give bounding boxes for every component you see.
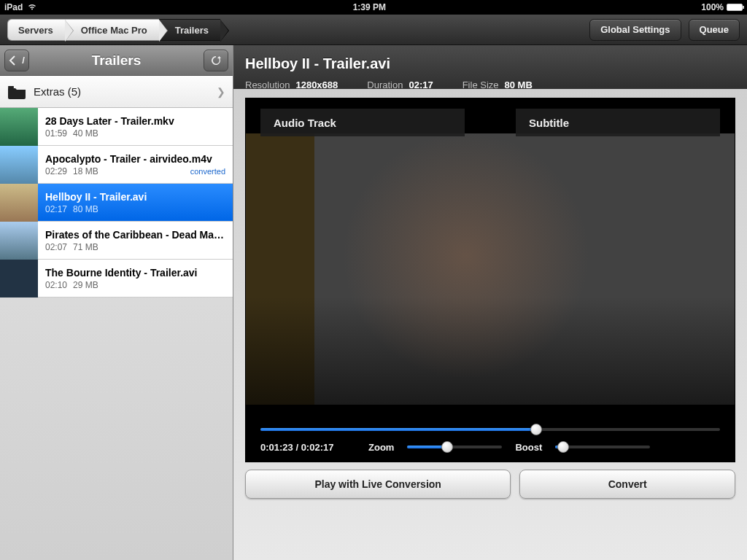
global-settings-button[interactable]: Global Settings [589, 19, 681, 41]
file-size: 18 MB [73, 166, 98, 176]
resolution-label: Resolution [245, 79, 290, 90]
file-title: Apocalypto - Trailer - airvideo.m4v [45, 153, 225, 165]
chevron-right-icon: ❯ [217, 86, 225, 98]
play-live-conversion-button[interactable]: Play with Live Conversion [245, 470, 511, 499]
file-title: The Bourne Identity - Trailer.avi [45, 267, 225, 279]
file-title: 28 Days Later - Trailer.mkv [45, 115, 225, 127]
duration-label: Duration [367, 79, 403, 90]
file-row[interactable]: The Bourne Identity - Trailer.avi 02:10 … [0, 260, 233, 298]
file-duration: 01:59 [45, 128, 67, 139]
status-bar: iPad 1:39 PM 100% [0, 0, 747, 15]
player-controls: 0:01:23 / 0:02:17 Zoom Boost [260, 424, 720, 453]
resolution-value: 1280x688 [295, 79, 338, 90]
sidebar-header: / Trailers [0, 45, 233, 76]
breadcrumb-servers[interactable]: Servers [7, 19, 65, 41]
svg-rect-0 [8, 86, 14, 88]
thumbnail [0, 146, 38, 184]
video-frame [246, 133, 735, 405]
refresh-button[interactable] [204, 50, 228, 71]
file-title: Pirates of the Caribbean - Dead Man's… [45, 229, 225, 241]
breadcrumb: Servers Office Mac Pro Trailers [7, 19, 220, 41]
detail-meta: Resolution1280x688 Duration02:17 File Si… [245, 79, 735, 90]
file-size: 40 MB [73, 128, 98, 139]
file-size: 80 MB [73, 204, 98, 214]
zoom-label: Zoom [368, 442, 394, 453]
back-button[interactable]: / [4, 50, 29, 71]
breadcrumb-trailers: Trailers [159, 19, 220, 41]
zoom-slider[interactable] [407, 441, 502, 453]
top-toolbar: Servers Office Mac Pro Trailers Global S… [0, 15, 747, 45]
file-duration: 02:10 [45, 280, 67, 290]
queue-button[interactable]: Queue [689, 19, 740, 41]
file-row-selected[interactable]: Hellboy II - Trailer.avi 02:17 80 MB [0, 184, 233, 222]
sidebar: / Trailers Extras (5) ❯ 28 Days Later - … [0, 45, 233, 560]
audio-track-label: Audio Track [274, 117, 336, 129]
subtitle-selector[interactable]: Subtitle [516, 109, 720, 136]
file-size: 71 MB [73, 242, 98, 252]
file-row[interactable]: 28 Days Later - Trailer.mkv 01:59 40 MB [0, 108, 233, 146]
battery-icon [727, 4, 743, 11]
filesize-value: 80 MB [505, 79, 533, 90]
file-size: 29 MB [73, 280, 98, 290]
battery-pct: 100% [701, 2, 724, 12]
detail-pane: Hellboy II - Trailer.avi Resolution1280x… [233, 45, 747, 560]
video-player[interactable]: Audio Track Subtitle 0:01:23 / 0:02:17 Z… [245, 98, 735, 462]
sidebar-title: Trailers [34, 52, 199, 69]
file-title: Hellboy II - Trailer.avi [45, 191, 225, 203]
wifi-icon [27, 2, 37, 12]
breadcrumb-office-mac-pro[interactable]: Office Mac Pro [65, 19, 159, 41]
duration-value: 02:17 [409, 79, 433, 90]
boost-slider[interactable] [555, 441, 650, 453]
audio-track-selector[interactable]: Audio Track [260, 109, 465, 136]
thumbnail [0, 260, 38, 298]
filesize-label: File Size [462, 79, 499, 90]
detail-title: Hellboy II - Trailer.avi [245, 55, 735, 72]
back-label: / [22, 55, 25, 66]
folder-extras[interactable]: Extras (5) ❯ [0, 76, 233, 108]
file-row[interactable]: Apocalypto - Trailer - airvideo.m4v 02:2… [0, 146, 233, 184]
folder-label: Extras (5) [34, 85, 209, 98]
thumbnail [0, 222, 38, 260]
clock: 1:39 PM [37, 2, 701, 12]
subtitle-label: Subtitle [529, 117, 569, 129]
file-duration: 02:29 [45, 166, 67, 176]
folder-icon [7, 85, 26, 99]
thumbnail [0, 108, 38, 146]
file-duration: 02:07 [45, 242, 67, 252]
boost-label: Boost [515, 442, 542, 453]
seek-slider[interactable] [260, 424, 720, 435]
timecode: 0:01:23 / 0:02:17 [260, 442, 355, 453]
convert-button[interactable]: Convert [519, 470, 735, 499]
file-row[interactable]: Pirates of the Caribbean - Dead Man's… 0… [0, 222, 233, 260]
device-label: iPad [4, 2, 23, 12]
file-duration: 02:17 [45, 204, 67, 214]
file-status: converted [190, 167, 225, 176]
thumbnail [0, 184, 38, 222]
